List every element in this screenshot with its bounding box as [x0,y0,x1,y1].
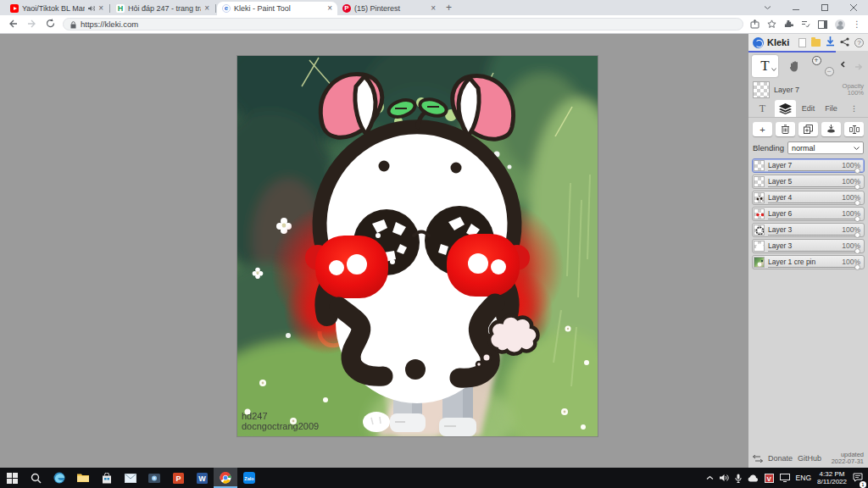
start-button[interactable] [0,468,24,488]
layer-row-3a[interactable]: Layer 3100% [752,223,865,237]
tab-audio-icon[interactable] [88,5,95,12]
taskbar-store[interactable] [95,468,119,488]
language-indicator[interactable]: ENG [796,474,811,482]
taskbar-photos[interactable] [142,468,166,488]
add-layer-button[interactable]: + [753,122,772,136]
tab-close-icon[interactable]: × [431,4,436,13]
extensions-puzzle-icon[interactable] [784,19,793,29]
tab-close-icon[interactable]: × [98,4,103,13]
new-tab-button[interactable]: + [446,2,452,14]
taskbar-clock[interactable]: 4:32 PM 8/11/2022 [817,470,847,485]
bookmark-star-icon[interactable] [767,19,776,29]
slider-knob[interactable] [854,232,860,238]
volume-icon[interactable] [720,474,729,482]
layer-row-1[interactable]: Layer 1 cre pin100% [752,255,865,269]
tab-edit[interactable]: Edit [798,100,819,117]
share-icon[interactable] [750,19,760,29]
microphone-icon[interactable] [735,474,742,483]
hand-tool-button[interactable] [781,55,807,77]
onedrive-cloud-icon[interactable] [748,474,759,482]
back-icon[interactable] [7,19,19,30]
tab-file[interactable]: File [821,100,842,117]
rename-layer-button[interactable] [844,122,864,136]
opacity-slider[interactable] [768,169,860,169]
slider-knob[interactable] [854,248,860,254]
slider-knob[interactable] [854,168,860,174]
opacity-slider[interactable] [768,217,860,218]
tab-layers[interactable] [775,100,796,117]
zoom-in-icon[interactable]: + [812,56,821,65]
taskbar-explorer[interactable] [71,468,95,488]
slider-knob[interactable] [854,200,860,206]
window-menu-chevron-icon[interactable] [753,0,782,15]
tab-close-icon[interactable]: × [204,4,209,13]
browser-menu-icon[interactable]: ⋮ [853,19,861,29]
taskbar-edge[interactable] [47,468,71,488]
merge-down-button[interactable] [821,122,841,136]
display-icon[interactable] [780,474,790,482]
taskbar-zalo[interactable]: Zalo [237,468,261,488]
slider-knob[interactable] [854,184,860,190]
extension-list-icon[interactable] [801,19,810,29]
tab-kleki-active[interactable]: e Kleki - Paint Tool × [217,2,337,15]
help-icon[interactable]: ? [854,38,864,47]
active-layer-preview[interactable]: Layer 7 Opacity 100% [748,80,868,100]
forward-icon[interactable] [25,19,37,30]
github-link[interactable]: GitHub [798,454,821,463]
taskbar-powerpoint[interactable]: P [166,468,190,488]
zoom-tool-button[interactable]: + − [810,55,836,77]
taskbar-search[interactable] [24,468,47,488]
close-window-icon[interactable] [839,0,868,15]
slider-knob[interactable] [854,264,860,270]
zoom-out-icon[interactable]: − [825,67,834,76]
url-bar[interactable]: https://kleki.com [63,18,743,30]
text-tool-button[interactable]: T [752,55,778,77]
opacity-slider[interactable] [768,233,860,234]
taskbar-mail[interactable] [119,468,142,488]
opacity-slider[interactable] [768,185,860,186]
delete-layer-button[interactable] [776,122,795,136]
reload-icon[interactable] [44,19,56,30]
donate-link[interactable]: Donate [768,454,793,463]
tab-youtube[interactable]: Yaoi/Tiktok BL Manhwa Con × [5,2,108,15]
tray-chevron-icon[interactable] [706,475,714,480]
sidebar-footer: Donate GitHub updated 2022-07-31 [748,450,868,468]
notification-center[interactable]: 1 [853,470,863,485]
opacity-slider[interactable] [768,265,860,266]
layer-thumb [754,208,765,219]
v-app-tray-icon[interactable]: V [765,474,774,483]
layer-row-5[interactable]: Layer 5100% [752,175,865,189]
layer-row-6[interactable]: Layer 6100% [752,207,865,221]
layer-row-7[interactable]: Layer 7100% [752,158,865,173]
layer-row-4[interactable]: Layer 4100% [752,191,865,205]
side-panel-icon[interactable] [818,20,827,29]
new-image-icon[interactable] [798,38,806,47]
tab-close-icon[interactable]: × [327,4,332,13]
opacity-slider[interactable] [768,201,860,202]
tool-expand-chevron-icon[interactable] [771,58,776,75]
profile-avatar[interactable] [835,19,845,30]
taskbar-chrome-active[interactable] [214,468,237,488]
panel-overflow-icon[interactable]: ⋮ [843,100,865,117]
tab-hoidap[interactable]: H Hỏi đáp 247 - trang tra loi × [111,2,214,15]
tab-text-settings[interactable]: T [752,100,773,117]
maximize-icon[interactable] [810,0,839,15]
minimize-icon[interactable] [782,0,810,15]
taskbar-word[interactable]: W [190,468,214,488]
open-file-icon[interactable] [811,39,821,47]
layer-row-3b[interactable]: Layer 3100% [752,239,865,253]
paint-canvas[interactable]: hd247 docngoctrang2009 [237,56,598,436]
blending-select[interactable]: normal [787,141,864,154]
layer-thumb [754,160,765,171]
duplicate-layer-button[interactable] [798,122,818,136]
undo-icon [841,61,852,71]
tab-pinterest[interactable]: P (15) Pinterest × [337,2,441,15]
undo-redo-button[interactable] [838,55,865,77]
search-icon [31,473,42,484]
slider-knob[interactable] [854,216,860,222]
swap-arrows-icon[interactable] [753,455,763,463]
save-download-icon[interactable] [826,36,835,48]
share-nodes-icon[interactable] [840,37,849,48]
opacity-slider[interactable] [768,249,860,250]
kleki-workspace[interactable]: hd247 docngoctrang2009 [0,34,748,468]
